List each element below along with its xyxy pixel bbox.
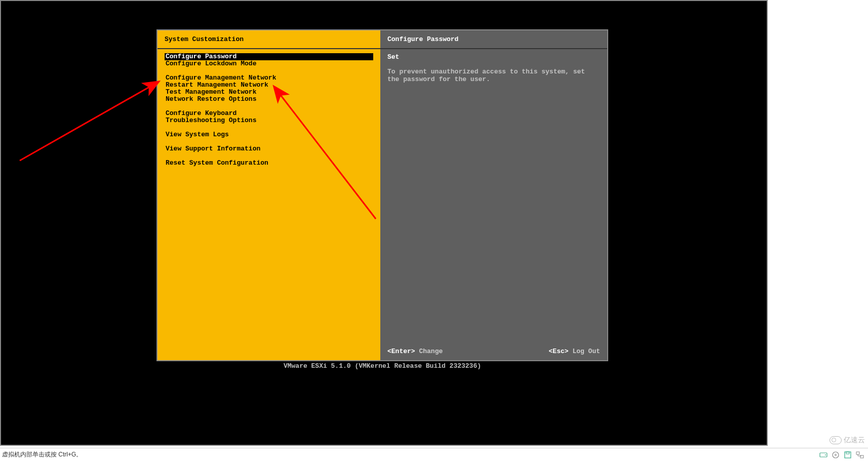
svg-point-4 — [833, 452, 839, 458]
menu-troubleshooting-options[interactable]: Troubleshooting Options — [165, 117, 373, 124]
esxi-version: VMware ESXi 5.1.0 (VMKernel Release Buil… — [156, 362, 608, 370]
svg-point-5 — [835, 454, 837, 455]
right-pane-title: Configure Password — [380, 30, 607, 49]
left-pane-title: System Customization — [157, 30, 380, 49]
left-pane: System Customization Configure Password … — [157, 30, 380, 360]
menu-reset-system-configuration[interactable]: Reset System Configuration — [165, 160, 373, 167]
menu-configure-keyboard[interactable]: Configure Keyboard — [165, 110, 373, 117]
disk-icon[interactable] — [819, 451, 827, 459]
hint-esc: <Esc> Log Out — [549, 348, 600, 355]
host-tray — [819, 451, 868, 459]
key-enter: <Enter> — [387, 348, 415, 355]
key-esc: <Esc> — [549, 348, 569, 355]
watermark: 亿速云 — [830, 436, 865, 445]
network-icon[interactable] — [856, 451, 864, 459]
floppy-icon[interactable] — [844, 451, 852, 459]
right-pane: Configure Password Set To prevent unauth… — [380, 30, 607, 360]
key-hint-bar: <Enter> Change <Esc> Log Out — [380, 343, 607, 360]
menu-configure-lockdown-mode[interactable]: Configure Lockdown Mode — [165, 60, 373, 67]
password-status: Set — [387, 53, 600, 61]
menu-network-restore-options[interactable]: Network Restore Options — [165, 96, 373, 103]
hint-enter: <Enter> Change — [387, 348, 443, 355]
vm-console-viewport: System Customization Configure Password … — [0, 0, 768, 446]
host-status-message: 虚拟机内部单击或按 Ctrl+G。 — [0, 450, 819, 459]
menu-configure-password[interactable]: Configure Password — [165, 53, 373, 60]
host-status-bar: 虚拟机内部单击或按 Ctrl+G。 — [0, 448, 868, 461]
watermark-text: 亿速云 — [844, 436, 865, 445]
menu-test-management-network[interactable]: Test Management Network — [165, 89, 373, 96]
menu-view-system-logs[interactable]: View System Logs — [165, 131, 373, 138]
svg-line-0 — [20, 82, 158, 161]
svg-point-3 — [825, 454, 826, 455]
watermark-icon — [830, 436, 842, 444]
password-description: To prevent unauthorized access to this s… — [387, 68, 600, 83]
menu-restart-management-network[interactable]: Restart Management Network — [165, 82, 373, 89]
menu-view-support-information[interactable]: View Support Information — [165, 145, 373, 152]
svg-rect-8 — [856, 452, 859, 454]
esxi-console-window: System Customization Configure Password … — [156, 29, 608, 361]
key-enter-label: Change — [419, 348, 443, 355]
key-esc-label: Log Out — [572, 348, 600, 355]
right-pane-body: Set To prevent unauthorized access to th… — [380, 49, 607, 343]
cd-icon[interactable] — [832, 451, 840, 459]
svg-rect-6 — [845, 452, 851, 458]
menu-configure-management-network[interactable]: Configure Management Network — [165, 74, 373, 82]
menu-list: Configure Password Configure Lockdown Mo… — [157, 49, 380, 360]
